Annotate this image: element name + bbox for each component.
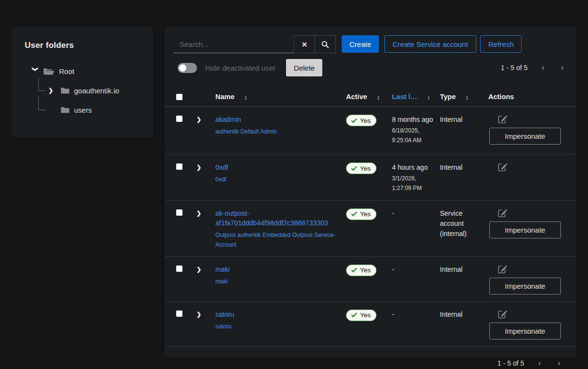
- hide-deactivated-label: Hide deactivated user: [205, 64, 275, 72]
- row-checkbox[interactable]: [176, 310, 182, 317]
- tree-item-root[interactable]: ❯Root: [25, 64, 153, 78]
- refresh-button[interactable]: Refresh: [480, 35, 522, 53]
- pagination-bottom-prev-button[interactable]: ‹: [536, 359, 543, 368]
- magnifier-icon: [321, 41, 329, 48]
- user-subtitle[interactable]: satoru: [215, 322, 338, 331]
- column-header-label[interactable]: Active: [346, 93, 367, 101]
- row-checkbox[interactable]: [176, 163, 182, 170]
- user-type-text: Internal: [440, 265, 482, 275]
- user-folders-title: User folders: [25, 41, 153, 50]
- sort-icon[interactable]: ↕: [244, 93, 248, 101]
- active-cell: Yes: [346, 162, 392, 193]
- active-status-text: Yes: [360, 311, 371, 319]
- tree-item-users[interactable]: ❯users: [25, 103, 153, 117]
- edit-user-button[interactable]: [498, 115, 507, 124]
- last-login-relative: -: [392, 208, 434, 219]
- type-cell: Service account (internal): [440, 208, 488, 250]
- row-expand-cell: ❯: [196, 208, 215, 250]
- select-all-checkbox[interactable]: [176, 94, 182, 100]
- delete-button[interactable]: Delete: [286, 59, 322, 76]
- row-checkbox[interactable]: [176, 209, 182, 216]
- edit-icon: [498, 118, 507, 125]
- chevron-down-icon[interactable]: ❯: [32, 67, 39, 76]
- name-cell: 0xdf0xdf: [215, 162, 346, 193]
- active-status-badge: Yes: [346, 162, 377, 174]
- active-cell: Yes: [346, 265, 392, 295]
- active-status-badge: Yes: [346, 115, 377, 126]
- impersonate-button[interactable]: Impersonate: [489, 221, 561, 238]
- check-icon: [351, 118, 360, 123]
- edit-user-button[interactable]: [498, 265, 507, 274]
- user-name-link[interactable]: 0xdf: [215, 162, 338, 172]
- impersonate-button[interactable]: Impersonate: [489, 128, 561, 145]
- user-name-link[interactable]: ak-outpost-af1fa701dddb44f98ddf2c3868733…: [215, 208, 338, 228]
- user-name-link[interactable]: maki: [215, 265, 338, 274]
- column-header-label[interactable]: Name: [215, 93, 235, 101]
- expand-row-icon[interactable]: ❯: [196, 311, 201, 318]
- search-group: ✕: [173, 35, 336, 53]
- header-check-cell: [176, 93, 196, 100]
- table-row: ❯makimakiYes-InternalImpersonate: [165, 257, 576, 302]
- user-name-link[interactable]: satoru: [215, 310, 338, 319]
- edit-user-button[interactable]: [498, 162, 507, 172]
- sort-icon[interactable]: ↕: [377, 93, 380, 101]
- table-row: ❯akadminauthentik Default AdminYes8 mont…: [165, 107, 576, 155]
- folder-icon: [61, 107, 69, 113]
- chevron-right-icon[interactable]: ❯: [48, 87, 58, 94]
- row-checkbox[interactable]: [176, 266, 182, 272]
- last-login-absolute: 3/1/2026, 1:27:09 PM: [392, 174, 434, 193]
- column-header-type: Type↕: [440, 92, 488, 101]
- user-subtitle[interactable]: Outpost authentik Embedded Outpost Servi…: [215, 231, 338, 249]
- tree-item-goauthentik-io[interactable]: ❯goauthentik.io: [25, 83, 153, 98]
- clear-search-button[interactable]: ✕: [294, 35, 315, 53]
- hide-deactivated-toggle[interactable]: [178, 63, 197, 73]
- name-cell: ak-outpost-af1fa701dddb44f98ddf2c3868733…: [215, 208, 346, 250]
- name-cell: akadminauthentik Default Admin: [215, 115, 346, 148]
- create-service-account-button[interactable]: Create Service account: [384, 35, 476, 53]
- create-button[interactable]: Create: [342, 35, 379, 53]
- type-cell: Internal: [440, 115, 488, 148]
- user-name-link[interactable]: akadmin: [215, 115, 338, 124]
- row-check-cell: [176, 162, 196, 193]
- type-cell: Internal: [440, 310, 488, 339]
- user-subtitle[interactable]: maki: [215, 277, 338, 286]
- user-type-text: Service account (internal): [440, 208, 482, 239]
- column-header-last-login: Last l…↓: [392, 92, 440, 101]
- expand-row-icon[interactable]: ❯: [196, 116, 201, 123]
- impersonate-button[interactable]: Impersonate: [489, 278, 561, 295]
- actions-cell: Impersonate: [488, 115, 576, 148]
- active-status-badge: Yes: [346, 310, 377, 321]
- sort-desc-icon[interactable]: ↓: [427, 93, 430, 101]
- active-cell: Yes: [346, 310, 392, 339]
- search-input[interactable]: [173, 35, 294, 53]
- edit-icon: [498, 212, 507, 219]
- expand-row-icon[interactable]: ❯: [196, 164, 201, 171]
- row-checkbox[interactable]: [176, 116, 182, 122]
- last-login-cell: -: [392, 208, 440, 250]
- user-subtitle[interactable]: authentik Default Admin: [215, 127, 338, 136]
- user-subtitle[interactable]: 0xdf: [215, 175, 338, 184]
- tree-item-label: Root: [59, 67, 75, 75]
- column-header-label[interactable]: Type: [440, 93, 456, 101]
- column-header-label[interactable]: Last l…: [392, 93, 417, 101]
- row-check-cell: [176, 115, 196, 148]
- column-header-actions: Actions: [488, 92, 576, 101]
- check-icon: [351, 211, 360, 217]
- pagination-bottom-next-button[interactable]: ›: [555, 359, 563, 368]
- impersonate-button[interactable]: Impersonate: [489, 323, 561, 339]
- name-cell: satorusatoru: [215, 310, 346, 339]
- pagination-top-text: 1 - 5 of 5: [501, 64, 528, 72]
- edit-user-button[interactable]: [498, 208, 507, 218]
- table-header-row: Name↕Active↕Last l…↓Type↕Actions: [165, 87, 576, 107]
- pagination-top-prev-button[interactable]: ‹: [539, 63, 547, 72]
- last-login-absolute: 6/18/2025, 9:25:04 AM: [392, 126, 434, 146]
- edit-user-button[interactable]: [498, 310, 507, 319]
- table-footer: 1 - 5 of 5 ‹ ›: [165, 347, 576, 369]
- tree-item-label: users: [74, 106, 92, 114]
- expand-row-icon[interactable]: ❯: [196, 210, 201, 217]
- row-expand-cell: ❯: [196, 265, 215, 295]
- search-button[interactable]: [315, 35, 336, 53]
- expand-row-icon[interactable]: ❯: [196, 266, 201, 273]
- sort-icon[interactable]: ↕: [466, 93, 469, 101]
- pagination-top-next-button[interactable]: ›: [558, 63, 566, 72]
